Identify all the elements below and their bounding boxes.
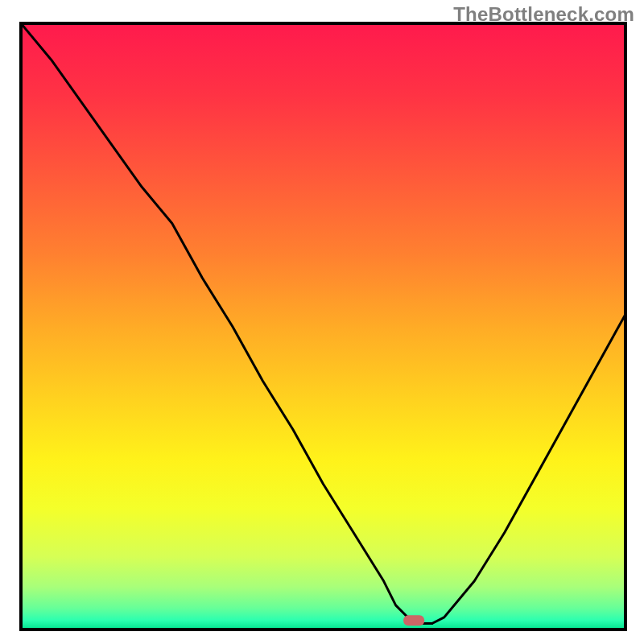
chart-stage: TheBottleneck.com bbox=[0, 0, 644, 644]
bottleneck-chart bbox=[0, 0, 644, 644]
plot-background-gradient bbox=[21, 23, 625, 630]
optimal-point-marker bbox=[403, 615, 424, 625]
watermark-text: TheBottleneck.com bbox=[453, 3, 634, 26]
